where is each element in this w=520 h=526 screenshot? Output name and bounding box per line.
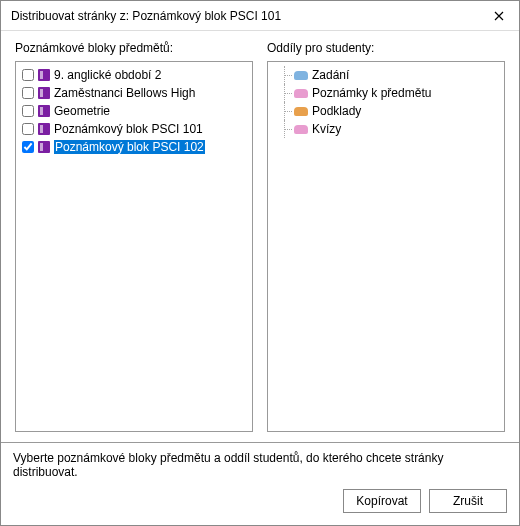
dialog-content: Poznámkové bloky předmětů: 9. anglické o… <box>1 31 519 442</box>
window-title: Distribuovat stránky z: Poznámkový blok … <box>11 9 479 23</box>
close-button[interactable] <box>479 1 519 31</box>
footer-buttons: Kopírovat Zrušit <box>13 489 507 513</box>
footer-hint: Vyberte poznámkové bloky předmětu a oddí… <box>13 451 507 479</box>
cancel-button[interactable]: Zrušit <box>429 489 507 513</box>
section-item[interactable]: Zadání <box>272 66 500 84</box>
notebook-icon <box>38 105 50 117</box>
close-icon <box>494 11 504 21</box>
notebook-label: 9. anglické období 2 <box>54 68 161 82</box>
tree-connector <box>280 66 292 84</box>
notebook-item[interactable]: 9. anglické období 2 <box>20 66 248 84</box>
notebook-checkbox[interactable] <box>22 69 34 81</box>
notebook-label: Zaměstnanci Bellows High <box>54 86 195 100</box>
copy-button[interactable]: Kopírovat <box>343 489 421 513</box>
titlebar: Distribuovat stránky z: Poznámkový blok … <box>1 1 519 31</box>
notebook-icon <box>38 141 50 153</box>
notebook-item[interactable]: Geometrie <box>20 102 248 120</box>
notebook-item[interactable]: Poznámkový blok PSCI 101 <box>20 120 248 138</box>
notebooks-list[interactable]: 9. anglické období 2 Zaměstnanci Bellows… <box>15 61 253 432</box>
notebook-item[interactable]: Poznámkový blok PSCI 102 <box>20 138 248 156</box>
tree-connector <box>280 102 292 120</box>
sections-header: Oddíly pro studenty: <box>267 41 505 55</box>
notebook-checkbox[interactable] <box>22 105 34 117</box>
notebooks-header: Poznámkové bloky předmětů: <box>15 41 253 55</box>
section-item[interactable]: Podklady <box>272 102 500 120</box>
section-tab-icon <box>294 125 308 134</box>
section-label: Kvízy <box>312 122 341 136</box>
notebook-icon <box>38 123 50 135</box>
notebook-icon <box>38 87 50 99</box>
notebook-checkbox[interactable] <box>22 141 34 153</box>
tree-connector <box>280 84 292 102</box>
notebook-icon <box>38 69 50 81</box>
section-label: Podklady <box>312 104 361 118</box>
section-tab-icon <box>294 89 308 98</box>
notebook-label: Poznámkový blok PSCI 101 <box>54 122 203 136</box>
notebook-label: Geometrie <box>54 104 110 118</box>
section-item[interactable]: Kvízy <box>272 120 500 138</box>
notebooks-panel: Poznámkové bloky předmětů: 9. anglické o… <box>15 41 253 432</box>
notebook-item[interactable]: Zaměstnanci Bellows High <box>20 84 248 102</box>
tree-connector <box>280 120 292 138</box>
sections-list[interactable]: Zadání Poznámky k předmětu Podklady Kvíz… <box>267 61 505 432</box>
section-item[interactable]: Poznámky k předmětu <box>272 84 500 102</box>
notebook-checkbox[interactable] <box>22 87 34 99</box>
notebook-checkbox[interactable] <box>22 123 34 135</box>
section-tab-icon <box>294 107 308 116</box>
notebook-label: Poznámkový blok PSCI 102 <box>54 140 205 154</box>
sections-panel: Oddíly pro studenty: Zadání Poznámky k p… <box>267 41 505 432</box>
section-tab-icon <box>294 71 308 80</box>
dialog-footer: Vyberte poznámkové bloky předmětu a oddí… <box>1 442 519 525</box>
section-label: Poznámky k předmětu <box>312 86 431 100</box>
section-label: Zadání <box>312 68 349 82</box>
